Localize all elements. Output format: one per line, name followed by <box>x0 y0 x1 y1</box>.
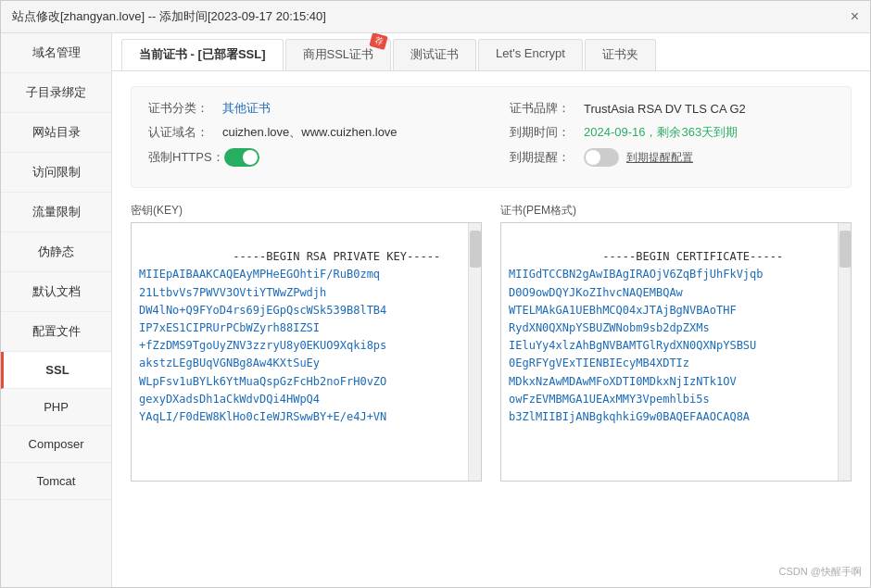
title-bar: 站点修改[zhangyan.love] -- 添加时间[2023-09-17 2… <box>1 1 870 33</box>
expire-value: 2024-09-16，剩余363天到期 <box>584 124 738 141</box>
sidebar-item-config-file[interactable]: 配置文件 <box>1 312 111 352</box>
main-window: 站点修改[zhangyan.love] -- 添加时间[2023-09-17 2… <box>0 0 871 588</box>
key-line: +fZzDMS9TgoUyZNV3zzryU8y0EKUO9Xqki8ps <box>139 339 386 352</box>
cert-line: WTELMAkGA1UEBhMCQ04xJTAjBgNVBAoTHF <box>509 304 737 317</box>
remind-toggle[interactable] <box>584 148 619 167</box>
sidebar-item-subdir-bind[interactable]: 子目录绑定 <box>1 73 111 113</box>
cert-info-section: 证书分类： 其他证书 认证域名： cuizhen.love、www.cuizhe… <box>131 86 852 188</box>
window-body: 域名管理子目录绑定网站目录访问限制流量限制伪静态默认文档配置文件SSLPHPCo… <box>1 33 870 587</box>
https-label: 强制HTTPS： <box>148 149 224 166</box>
tab-cert-夹[interactable]: 证书夹 <box>585 39 656 70</box>
key-line: MIIEpAIBAAKCAQEAyMPHeEGOhtiF/RuB0zmq <box>139 268 380 281</box>
cert-text-content[interactable]: -----BEGIN CERTIFICATE----- MIIGdTCCBN2g… <box>501 223 838 481</box>
category-value: 其他证书 <box>222 100 271 117</box>
cert-line: MIIGdTCCBN2gAwIBAgIRAOjV6ZqBfjUhFkVjqb <box>509 268 764 281</box>
category-label: 证书分类： <box>148 100 222 117</box>
key-cert-section: 密钥(KEY) -----BEGIN RSA PRIVATE KEY----- … <box>131 203 852 482</box>
sidebar-item-fake-static[interactable]: 伪静态 <box>1 232 111 272</box>
cert-line: MDkxNzAwMDAwMFoXDTI0MDkxNjIzNTk1OV <box>509 375 737 388</box>
cert-line: RydXN0QXNpYSBUZWNobm9sb2dpZXMs <box>509 321 710 334</box>
cert-label: 证书(PEM格式) <box>500 203 852 219</box>
key-line: akstzLEgBUqVGNBg8Aw4KXtSuEy <box>139 357 320 369</box>
key-scrollbar-thumb <box>470 231 481 268</box>
cert-info-left: 证书分类： 其他证书 认证域名： cuizhen.love、www.cuizhe… <box>148 100 473 174</box>
sidebar-item-access-limit[interactable]: 访问限制 <box>1 153 111 193</box>
sidebar-item-traffic-limit[interactable]: 流量限制 <box>1 193 111 232</box>
sidebar-item-ssl[interactable]: SSL <box>1 352 111 389</box>
brand-value: TrustAsia RSA DV TLS CA G2 <box>584 102 746 116</box>
domain-row: 认证域名： cuizhen.love、www.cuizhen.love <box>148 124 473 141</box>
tab-current-cert[interactable]: 当前证书 - [已部署SSL] <box>121 39 284 70</box>
remind-config-link[interactable]: 到期提醒配置 <box>626 150 693 166</box>
https-toggle[interactable] <box>224 148 259 167</box>
key-line: WLpFsv1uBYLk6YtMuaQspGzFcHb2noFrH0vZO <box>139 375 386 388</box>
key-line: -----BEGIN RSA PRIVATE KEY----- <box>233 250 440 263</box>
cert-line: 0EgRFYgVExTIENBIEcyMB4XDTIz <box>509 357 689 369</box>
tab-badge-commercial-ssl: 荐 <box>369 33 387 50</box>
main-content: 当前证书 - [已部署SSL]商用SSL证书荐测试证书Let's Encrypt… <box>112 33 870 587</box>
sidebar-item-default-doc[interactable]: 默认文档 <box>1 272 111 312</box>
cert-scrollbar[interactable] <box>838 223 851 481</box>
category-row: 证书分类： 其他证书 <box>148 100 473 117</box>
remind-label: 到期提醒： <box>510 149 584 166</box>
domain-value: cuizhen.love、www.cuizhen.love <box>222 124 398 141</box>
key-line: gexyDXadsDh1aCkWdvDQi4HWpQ4 <box>139 393 320 406</box>
cert-line: owFzEVMBMGA1UEAxMMY3Vpemhlbi5s <box>509 393 710 406</box>
key-textarea-wrapper: -----BEGIN RSA PRIVATE KEY----- MIIEpAIB… <box>131 222 482 482</box>
tab-lets-encrypt[interactable]: Let's Encrypt <box>478 39 583 70</box>
expire-label: 到期时间： <box>510 124 584 141</box>
cert-textarea-wrapper: -----BEGIN CERTIFICATE----- MIIGdTCCBN2g… <box>500 222 852 482</box>
close-button[interactable]: × <box>851 9 859 24</box>
sidebar-item-php[interactable]: PHP <box>1 389 111 426</box>
key-scrollbar[interactable] <box>468 223 481 481</box>
remind-row: 到期提醒： 到期提醒配置 <box>510 148 834 167</box>
window-title: 站点修改[zhangyan.love] -- 添加时间[2023-09-17 2… <box>12 8 326 25</box>
domain-label: 认证域名： <box>148 124 222 141</box>
tabs-bar: 当前证书 - [已部署SSL]商用SSL证书荐测试证书Let's Encrypt… <box>112 33 870 71</box>
content-area: 证书分类： 其他证书 认证域名： cuizhen.love、www.cuizhe… <box>112 71 870 587</box>
key-line: 21LtbvVs7PWVV3OVtiYTWwZPwdjh <box>139 286 326 299</box>
cert-box: 证书(PEM格式) -----BEGIN CERTIFICATE----- MI… <box>500 203 852 482</box>
key-text-content[interactable]: -----BEGIN RSA PRIVATE KEY----- MIIEpAIB… <box>132 223 468 481</box>
key-line: YAqLI/F0dEW8KlHo0cIeWJRSwwBY+E/e4J+VN <box>139 410 386 423</box>
cert-line: b3ZlMIIBIjANBgkqhkiG9w0BAQEFAAOCAQ8A <box>509 410 750 423</box>
expire-row: 到期时间： 2024-09-16，剩余363天到期 <box>510 124 834 141</box>
sidebar-item-website-dir[interactable]: 网站目录 <box>1 113 111 153</box>
cert-scrollbar-thumb <box>839 231 851 268</box>
key-line: DW4lNo+Q9FYoD4rs69jEGpQscWSk539B8lTB4 <box>139 304 386 317</box>
tab-commercial-ssl[interactable]: 商用SSL证书荐 <box>285 39 392 70</box>
sidebar-item-composer[interactable]: Composer <box>1 426 111 463</box>
cert-info-right: 证书品牌： TrustAsia RSA DV TLS CA G2 到期时间： 2… <box>510 100 834 174</box>
cert-line: D0O9owDQYJKoZIhvcNAQEMBQAw <box>509 286 683 299</box>
https-row: 强制HTTPS： <box>148 148 473 167</box>
brand-row: 证书品牌： TrustAsia RSA DV TLS CA G2 <box>510 100 834 117</box>
key-label: 密钥(KEY) <box>131 203 482 219</box>
sidebar: 域名管理子目录绑定网站目录访问限制流量限制伪静态默认文档配置文件SSLPHPCo… <box>1 33 112 587</box>
cert-line: -----BEGIN CERTIFICATE----- <box>602 250 783 263</box>
cert-line: IEluYy4xlzAhBgNVBAMTGlRydXN0QXNpYSBSU <box>509 339 756 352</box>
brand-label: 证书品牌： <box>510 100 584 117</box>
key-box: 密钥(KEY) -----BEGIN RSA PRIVATE KEY----- … <box>131 203 482 482</box>
tab-test-cert[interactable]: 测试证书 <box>393 39 476 70</box>
sidebar-item-domain-manage[interactable]: 域名管理 <box>1 33 111 73</box>
sidebar-item-tomcat[interactable]: Tomcat <box>1 463 111 500</box>
key-line: IP7xES1CIPRUrPCbWZyrh88IZSI <box>139 321 320 334</box>
